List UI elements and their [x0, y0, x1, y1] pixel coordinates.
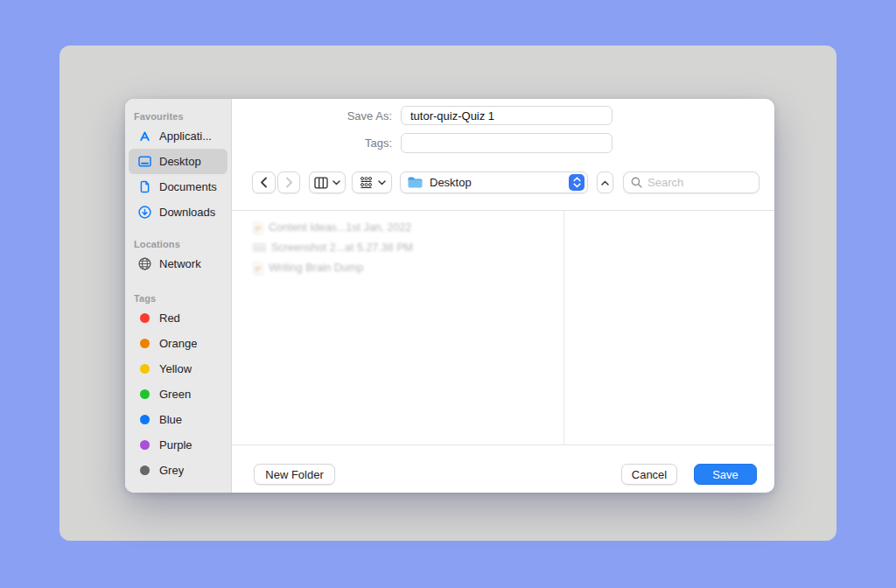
folder-icon	[407, 176, 424, 189]
toolbar-divider	[232, 210, 774, 211]
sidebar-item-label: Desktop	[159, 155, 201, 168]
document-file-icon	[253, 221, 263, 234]
save-button[interactable]: Save	[694, 464, 757, 485]
desktop-icon	[136, 154, 152, 170]
icon-view-options-button[interactable]	[352, 172, 392, 193]
columns-icon	[314, 177, 328, 189]
sidebar-item-tag-blue[interactable]: Blue	[129, 407, 228, 432]
tag-color-dot	[136, 311, 152, 326]
sidebar-item-label: Yellow	[159, 362, 192, 375]
tag-color-dot	[136, 361, 152, 377]
sidebar-item-desktop[interactable]: Desktop	[129, 149, 228, 174]
sidebar-item-tag-purple[interactable]: Purple	[129, 432, 228, 458]
document-icon	[136, 179, 152, 195]
sidebar-item-tag-orange[interactable]: Orange	[129, 331, 228, 356]
tag-color-dot	[136, 438, 152, 453]
tags-input[interactable]	[401, 133, 612, 153]
tag-color-dot	[136, 387, 152, 402]
sidebar-item-network[interactable]: Network	[129, 251, 228, 276]
globe-icon	[136, 256, 152, 272]
location-popup[interactable]: Desktop	[400, 172, 588, 193]
chevron-down-icon	[332, 180, 340, 186]
sidebar-item-label: Red	[159, 312, 180, 325]
icon-grid-icon	[359, 176, 374, 189]
sidebar-section-tags: Tags	[125, 292, 231, 305]
sidebar-item-label: Applicati...	[159, 130, 212, 143]
sidebar-item-tag-grey[interactable]: Grey	[129, 458, 228, 483]
back-button[interactable]	[252, 172, 276, 193]
sidebar-item-applications[interactable]: Applicati...	[129, 123, 228, 149]
sidebar-item-tag-red[interactable]: Red	[129, 305, 228, 331]
app-store-icon	[136, 129, 152, 144]
forward-button[interactable]	[277, 172, 300, 193]
sidebar-item-label: Purple	[159, 438, 192, 452]
search-field[interactable]: Search	[623, 172, 760, 193]
sidebar-item-label: Documents	[159, 180, 217, 193]
sidebar-item-downloads[interactable]: Downloads	[129, 200, 228, 225]
location-popup-label: Desktop	[430, 176, 563, 189]
tag-color-dot	[136, 463, 152, 479]
sidebar-item-tag-green[interactable]: Green	[129, 382, 228, 407]
sidebar-item-documents[interactable]: Documents	[129, 174, 228, 200]
document-file-icon	[253, 262, 263, 275]
new-folder-button[interactable]: New Folder	[254, 464, 335, 485]
popup-stepper-icon	[569, 174, 584, 191]
save-dialog: Favourites Applicati... Desktop Document…	[125, 99, 774, 493]
footer-divider	[232, 444, 774, 445]
search-icon	[631, 177, 642, 188]
column-view-button[interactable]	[309, 172, 346, 193]
file-row[interactable]: Screenshot 2...at 5.27.38 PM	[253, 239, 413, 256]
image-file-icon	[253, 243, 266, 252]
sidebar-item-label: Downloads	[159, 206, 215, 219]
chevron-right-icon	[285, 177, 293, 188]
column-divider[interactable]	[564, 211, 564, 444]
file-name: Content Ideas...1st Jan, 2022	[269, 221, 411, 234]
collapse-panel-button[interactable]	[597, 172, 613, 193]
sidebar-item-label: Orange	[159, 337, 197, 350]
download-circle-icon	[136, 205, 152, 220]
file-name: Screenshot 2...at 5.27.38 PM	[271, 242, 413, 254]
tag-color-dot	[136, 412, 152, 428]
sidebar-item-label: Network	[159, 257, 201, 270]
sidebar-item-label: Blue	[159, 413, 182, 426]
cancel-button[interactable]: Cancel	[621, 464, 677, 485]
sidebar-section-locations: Locations	[125, 238, 231, 251]
save-as-input[interactable]	[401, 106, 612, 125]
sidebar-item-label: Green	[159, 388, 191, 401]
sidebar-section-favourites: Favourites	[125, 110, 231, 123]
sidebar: Favourites Applicati... Desktop Document…	[125, 99, 232, 493]
file-row[interactable]: Writing Brain Dump	[253, 259, 363, 276]
tags-label: Tags:	[232, 136, 392, 150]
sidebar-item-label: Grey	[159, 464, 184, 477]
sidebar-item-tag-yellow[interactable]: Yellow	[129, 356, 228, 382]
save-as-label: Save As:	[232, 109, 392, 122]
chevron-left-icon	[260, 177, 268, 188]
chevron-up-icon	[601, 180, 609, 186]
chevron-down-icon	[378, 180, 386, 186]
tag-color-dot	[136, 336, 152, 352]
file-row[interactable]: Content Ideas...1st Jan, 2022	[253, 219, 411, 236]
file-name: Writing Brain Dump	[269, 262, 363, 274]
search-placeholder: Search	[648, 176, 683, 189]
